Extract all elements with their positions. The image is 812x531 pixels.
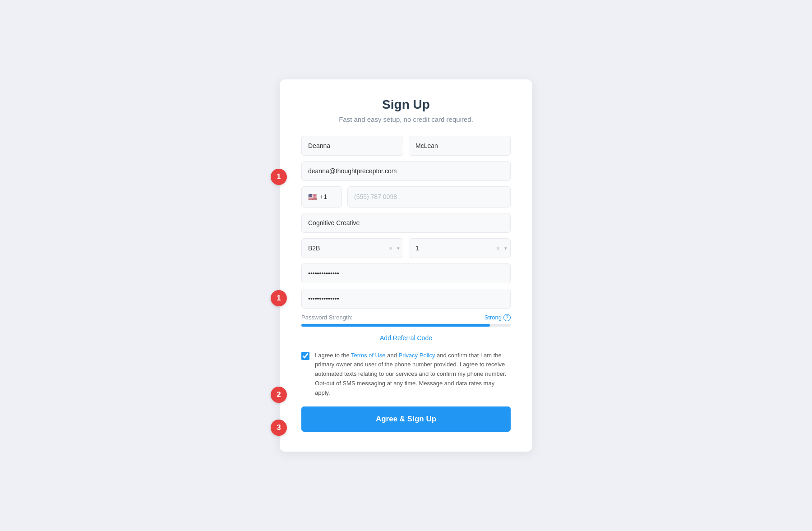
add-referral-link[interactable]: Add Referral Code xyxy=(380,334,432,342)
phone-prefix-selector[interactable]: 🇺🇸 +1 xyxy=(301,186,342,208)
strength-bar-container xyxy=(301,324,511,327)
industry-employees-row: B2B B2C SaaS × ▾ 1 2-10 11-50 51-200 × ▾ xyxy=(301,238,511,258)
employees-select[interactable]: 1 2-10 11-50 51-200 xyxy=(409,238,511,258)
step-badge-2: 1 xyxy=(271,290,287,306)
email-input[interactable] xyxy=(301,161,511,181)
phone-row: 🇺🇸 +1 xyxy=(301,186,511,208)
industry-select[interactable]: B2B B2C SaaS xyxy=(301,238,403,258)
flag-icon: 🇺🇸 xyxy=(308,193,317,201)
terms-checkbox[interactable] xyxy=(301,352,309,360)
page-subtitle: Fast and easy setup, no credit card requ… xyxy=(301,115,511,123)
terms-checkbox-row: I agree to the Terms of Use and Privacy … xyxy=(301,351,511,398)
confirm-password-group xyxy=(301,289,511,309)
phone-country-code: +1 xyxy=(320,193,327,200)
strength-bar xyxy=(301,324,490,327)
page-title: Sign Up xyxy=(301,97,511,112)
agree-sign-up-button[interactable]: Agree & Sign Up xyxy=(301,406,511,432)
employees-clear-icon[interactable]: × xyxy=(496,245,500,251)
step-badge-3: 2 xyxy=(271,387,287,403)
step-badge-4: 3 xyxy=(271,420,287,436)
strength-text: Strong xyxy=(484,314,502,321)
password-strength-label: Password Strength: xyxy=(301,314,352,321)
phone-input[interactable] xyxy=(347,186,511,208)
privacy-policy-link[interactable]: Privacy Policy xyxy=(399,352,435,359)
page-background: 1 1 2 3 Sign Up Fast and easy setup, no … xyxy=(0,0,812,531)
step-badge-1: 1 xyxy=(271,169,287,185)
password-strength-value: Strong ? xyxy=(484,314,511,321)
first-name-input[interactable] xyxy=(301,136,403,156)
industry-clear-icon[interactable]: × xyxy=(389,245,392,251)
terms-text: I agree to the Terms of Use and Privacy … xyxy=(315,351,511,398)
referral-code-section: Add Referral Code xyxy=(301,334,511,342)
terms-of-use-link[interactable]: Terms of Use xyxy=(351,352,386,359)
company-input[interactable] xyxy=(301,213,511,233)
email-group xyxy=(301,161,511,181)
signup-card: 1 1 2 3 Sign Up Fast and easy setup, no … xyxy=(280,79,532,452)
name-row xyxy=(301,136,511,156)
strength-help-icon[interactable]: ? xyxy=(503,314,511,321)
password-strength-row: Password Strength: Strong ? xyxy=(301,314,511,321)
employees-wrapper: 1 2-10 11-50 51-200 × ▾ xyxy=(409,238,511,258)
last-name-input[interactable] xyxy=(409,136,511,156)
confirm-password-input[interactable] xyxy=(301,289,511,309)
industry-wrapper: B2B B2C SaaS × ▾ xyxy=(301,238,403,258)
password-input[interactable] xyxy=(301,263,511,283)
company-group xyxy=(301,213,511,233)
password-group xyxy=(301,263,511,283)
